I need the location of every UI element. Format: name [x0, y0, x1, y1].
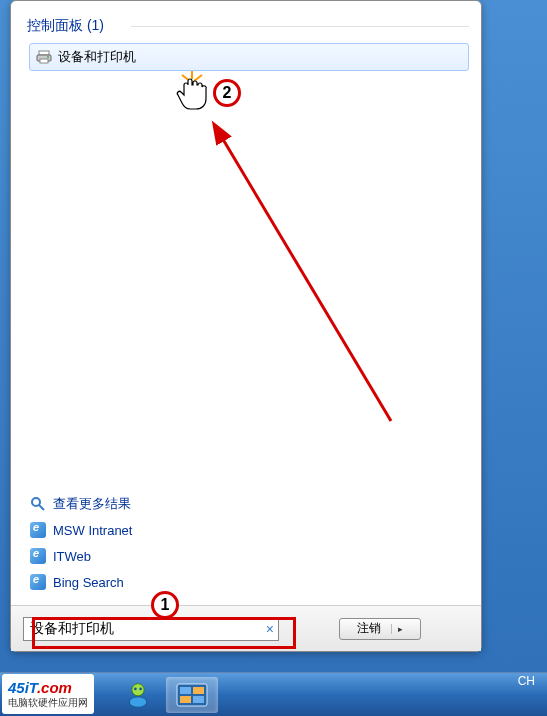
- search-footer: × 注销 ▸: [11, 605, 481, 651]
- bottom-links: 查看更多结果 MSW Intranet ITWeb Bing Search: [29, 495, 132, 591]
- internet-icon: [29, 521, 47, 539]
- link-itweb[interactable]: ITWeb: [29, 547, 132, 565]
- category-heading: 控制面板 (1): [11, 1, 481, 41]
- link-msw-intranet[interactable]: MSW Intranet: [29, 521, 132, 539]
- svg-line-9: [194, 75, 202, 81]
- svg-rect-16: [193, 687, 204, 694]
- see-more-label: 查看更多结果: [53, 495, 131, 513]
- svg-line-5: [39, 505, 44, 510]
- control-panel-icon: [176, 683, 208, 707]
- ime-indicator[interactable]: CH: [518, 674, 535, 688]
- see-more-results[interactable]: 查看更多结果: [29, 495, 132, 513]
- svg-point-10: [132, 683, 144, 695]
- svg-rect-0: [39, 51, 49, 55]
- watermark-logo: 45iT.com 电脑软硬件应用网: [2, 674, 94, 714]
- annotation-badge-2: 2: [213, 79, 241, 107]
- link-label: Bing Search: [53, 575, 124, 590]
- svg-point-11: [129, 696, 147, 707]
- taskbar-messenger[interactable]: [114, 677, 162, 713]
- printer-icon: [36, 49, 52, 65]
- watermark-suffix: .com: [37, 679, 72, 696]
- svg-rect-17: [180, 696, 191, 703]
- taskbar-control-panel[interactable]: [166, 677, 218, 713]
- svg-rect-15: [180, 687, 191, 694]
- svg-point-12: [134, 687, 137, 690]
- search-input[interactable]: [30, 621, 256, 637]
- svg-rect-2: [40, 59, 48, 63]
- category-heading-text: 控制面板 (1): [27, 17, 104, 33]
- link-label: ITWeb: [53, 549, 91, 564]
- svg-rect-18: [193, 696, 204, 703]
- chevron-right-icon[interactable]: ▸: [391, 624, 403, 634]
- result-devices-and-printers[interactable]: 设备和打印机: [29, 43, 469, 71]
- svg-line-6: [221, 136, 391, 421]
- internet-icon: [29, 547, 47, 565]
- internet-icon: [29, 573, 47, 591]
- watermark-sub: 电脑软硬件应用网: [8, 696, 88, 710]
- link-bing-search[interactable]: Bing Search: [29, 573, 132, 591]
- result-label: 设备和打印机: [58, 48, 136, 66]
- svg-point-3: [47, 56, 49, 58]
- clear-search-icon[interactable]: ×: [266, 621, 274, 637]
- heading-divider: [131, 26, 469, 27]
- cursor-hand-icon: [174, 71, 210, 118]
- start-search-panel: 控制面板 (1) 设备和打印机 查看更多结果 MSW Intranet ITWe…: [10, 0, 482, 652]
- logoff-label: 注销: [357, 620, 381, 637]
- magnifier-icon: [29, 495, 47, 513]
- watermark-main: 45iT.com: [8, 679, 88, 696]
- link-label: MSW Intranet: [53, 523, 132, 538]
- search-input-container: ×: [23, 617, 279, 641]
- svg-point-13: [139, 687, 142, 690]
- watermark-prefix: 45iT: [8, 679, 37, 696]
- svg-line-7: [182, 75, 190, 81]
- messenger-icon: [124, 681, 152, 709]
- logoff-button[interactable]: 注销 ▸: [339, 618, 421, 640]
- svg-point-4: [32, 498, 40, 506]
